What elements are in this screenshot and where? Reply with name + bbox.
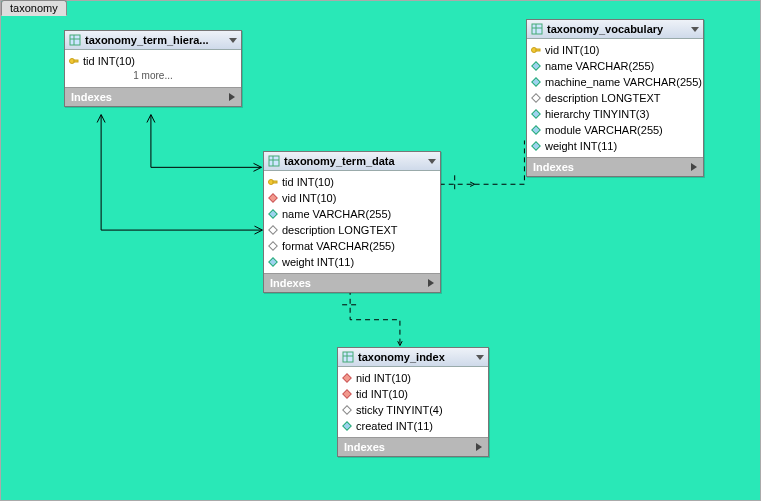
attr-icon (268, 209, 278, 219)
column-label: weight INT(11) (282, 256, 354, 268)
svg-rect-24 (532, 126, 540, 134)
table-row[interactable]: name VARCHAR(255) (531, 58, 699, 74)
table-row[interactable]: name VARCHAR(255) (268, 206, 436, 222)
indexes-section[interactable]: Indexes (527, 157, 703, 176)
column-list: tid INT(10) 1 more... (65, 50, 241, 87)
table-icon (69, 34, 81, 46)
column-list: tid INT(10) vid INT(10) name VARCHAR(255… (264, 171, 440, 273)
indexes-label: Indexes (344, 441, 385, 453)
table-row[interactable]: tid INT(10) (268, 174, 436, 190)
table-row[interactable]: description LONGTEXT (531, 90, 699, 106)
more-columns-label[interactable]: 1 more... (69, 69, 237, 84)
table-row[interactable]: format VARCHAR(255) (268, 238, 436, 254)
svg-rect-15 (532, 24, 542, 34)
attr-icon (342, 421, 352, 431)
svg-rect-14 (269, 258, 277, 266)
svg-rect-19 (536, 49, 540, 51)
indexes-label: Indexes (71, 91, 112, 103)
table-row[interactable]: created INT(11) (342, 418, 484, 434)
indexes-label: Indexes (533, 161, 574, 173)
indexes-section[interactable]: Indexes (338, 437, 488, 456)
schema-tab-label: taxonomy (10, 2, 58, 14)
table-row[interactable]: weight INT(11) (268, 254, 436, 270)
table-taxonomy-term-hierarchy[interactable]: taxonomy_term_hiera... tid INT(10) 1 mor… (64, 30, 242, 107)
expand-icon (476, 443, 482, 451)
svg-rect-23 (532, 110, 540, 118)
svg-rect-9 (273, 181, 277, 183)
svg-rect-20 (532, 62, 540, 70)
svg-rect-4 (74, 60, 78, 62)
opt-icon (531, 93, 541, 103)
expand-icon (229, 93, 235, 101)
table-header[interactable]: taxonomy_term_data (264, 152, 440, 171)
column-label: sticky TINYINT(4) (356, 404, 443, 416)
svg-rect-10 (269, 194, 277, 202)
fk-icon (342, 373, 352, 383)
chevron-down-icon (229, 38, 237, 43)
svg-rect-22 (532, 94, 540, 102)
schema-tab[interactable]: taxonomy (1, 0, 67, 16)
table-row[interactable]: vid INT(10) (531, 42, 699, 58)
table-title: taxonomy_vocabulary (547, 23, 687, 35)
column-label: machine_name VARCHAR(255) (545, 76, 702, 88)
table-row[interactable]: description LONGTEXT (268, 222, 436, 238)
chevron-down-icon (476, 355, 484, 360)
attr-icon (268, 257, 278, 267)
table-row[interactable]: weight INT(11) (531, 138, 699, 154)
column-label: format VARCHAR(255) (282, 240, 395, 252)
column-label: hierarchy TINYINT(3) (545, 108, 649, 120)
table-row[interactable]: hierarchy TINYINT(3) (531, 106, 699, 122)
svg-rect-12 (269, 226, 277, 234)
column-label: description LONGTEXT (545, 92, 661, 104)
attr-icon (531, 141, 541, 151)
opt-icon (342, 405, 352, 415)
column-list: nid INT(10) tid INT(10) sticky TINYINT(4… (338, 367, 488, 437)
chevron-down-icon (691, 27, 699, 32)
opt-icon (268, 241, 278, 251)
attr-icon (531, 77, 541, 87)
column-label: tid INT(10) (83, 55, 135, 67)
table-row[interactable]: module VARCHAR(255) (531, 122, 699, 138)
column-label: description LONGTEXT (282, 224, 398, 236)
svg-rect-0 (70, 35, 80, 45)
table-icon (531, 23, 543, 35)
fk-icon (268, 193, 278, 203)
table-taxonomy-vocabulary[interactable]: taxonomy_vocabulary vid INT(10) name VAR… (526, 19, 704, 177)
indexes-section[interactable]: Indexes (65, 87, 241, 106)
indexes-label: Indexes (270, 277, 311, 289)
expand-icon (691, 163, 697, 171)
table-icon (268, 155, 280, 167)
table-header[interactable]: taxonomy_vocabulary (527, 20, 703, 39)
attr-icon (531, 109, 541, 119)
table-row[interactable]: nid INT(10) (342, 370, 484, 386)
table-header[interactable]: taxonomy_index (338, 348, 488, 367)
column-label: tid INT(10) (282, 176, 334, 188)
chevron-down-icon (428, 159, 436, 164)
attr-icon (531, 61, 541, 71)
column-list: vid INT(10) name VARCHAR(255) machine_na… (527, 39, 703, 157)
svg-rect-30 (343, 390, 351, 398)
opt-icon (268, 225, 278, 235)
svg-rect-32 (343, 422, 351, 430)
indexes-section[interactable]: Indexes (264, 273, 440, 292)
table-row[interactable]: vid INT(10) (268, 190, 436, 206)
table-row[interactable]: tid INT(10) (69, 53, 237, 69)
column-label: tid INT(10) (356, 388, 408, 400)
table-taxonomy-index[interactable]: taxonomy_index nid INT(10) tid INT(10) s… (337, 347, 489, 457)
svg-rect-25 (532, 142, 540, 150)
key-icon (268, 177, 278, 187)
column-label: vid INT(10) (282, 192, 336, 204)
table-header[interactable]: taxonomy_term_hiera... (65, 31, 241, 50)
table-row[interactable]: tid INT(10) (342, 386, 484, 402)
column-label: module VARCHAR(255) (545, 124, 663, 136)
table-row[interactable]: sticky TINYINT(4) (342, 402, 484, 418)
svg-rect-29 (343, 374, 351, 382)
svg-rect-13 (269, 242, 277, 250)
key-icon (69, 56, 79, 66)
column-label: created INT(11) (356, 420, 433, 432)
svg-rect-31 (343, 406, 351, 414)
attr-icon (531, 125, 541, 135)
table-taxonomy-term-data[interactable]: taxonomy_term_data tid INT(10) vid INT(1… (263, 151, 441, 293)
table-row[interactable]: machine_name VARCHAR(255) (531, 74, 699, 90)
table-icon (342, 351, 354, 363)
